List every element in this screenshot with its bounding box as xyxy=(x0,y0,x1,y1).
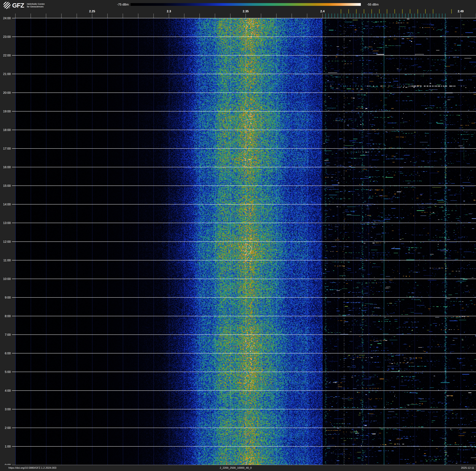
hour-label: 15:00 xyxy=(0,184,11,188)
freq-tick xyxy=(460,14,461,18)
hour-label: 19:00 xyxy=(0,109,11,113)
freq-tick-label: 2.49 xyxy=(458,10,464,13)
wifi-channel-tick xyxy=(379,9,380,14)
ble-channel-tick xyxy=(374,14,375,18)
wifi-channel-tick xyxy=(402,9,403,14)
hour-label: 11:00 xyxy=(0,258,11,262)
hour-gridline xyxy=(12,390,476,391)
hour-label: 18:00 xyxy=(0,128,11,132)
wifi-channel-tick xyxy=(433,9,433,14)
hour-gridline xyxy=(12,148,476,149)
date-label: 2025-12-11 xyxy=(461,466,474,470)
hour-label: 3:00 xyxy=(0,407,11,411)
freq-tick xyxy=(123,14,123,18)
ble-channel-tick xyxy=(408,14,408,18)
ble-channel-tick xyxy=(359,14,359,18)
colorbar-min-label: -75 dBm xyxy=(117,3,129,6)
freq-tick xyxy=(307,14,307,18)
wifi-channel-tick xyxy=(410,9,410,14)
freq-tick xyxy=(200,14,200,18)
hour-gridline xyxy=(12,353,476,353)
hour-label: 5:00 xyxy=(0,370,11,374)
wifi-channel-tick xyxy=(348,9,349,14)
ble-channel-tick xyxy=(436,14,436,18)
hour-label: 9:00 xyxy=(0,296,11,299)
hour-label: 23:00 xyxy=(0,35,11,38)
ble-channel-tick xyxy=(399,14,399,18)
dataset-filename: 2_2200_2500_10000_40_0 xyxy=(220,466,252,470)
freq-tick-label: 2.35 xyxy=(243,10,249,13)
ble-channel-tick xyxy=(439,14,439,18)
ble-channel-tick xyxy=(381,14,381,18)
ble-channel-tick xyxy=(396,14,396,18)
ble-channel-tick xyxy=(421,14,421,18)
freq-tick xyxy=(92,14,92,18)
wifi-channel-tick xyxy=(418,9,418,14)
hour-gridline xyxy=(12,204,476,204)
freq-tick xyxy=(230,14,230,18)
wifi-channel-tick xyxy=(356,9,357,14)
freq-tick xyxy=(215,14,215,18)
ble-channel-tick xyxy=(350,14,350,18)
doi-link[interactable]: https://doi.org/10.5880/GFZ.1.2.2024.003 xyxy=(8,466,56,470)
freq-tick-label: 2.25 xyxy=(89,10,95,13)
ble-channel-tick xyxy=(411,14,412,18)
freq-tick xyxy=(153,14,154,18)
tagline-line2: for Geosciences xyxy=(27,5,45,8)
spectrogram-page: GFZ Helmholtz Centre for Geosciences -75… xyxy=(0,0,476,471)
hour-gridline xyxy=(12,260,476,260)
colorbar xyxy=(131,3,361,6)
ble-channel-tick xyxy=(338,14,338,18)
hour-gridline xyxy=(12,409,476,409)
hour-gridline xyxy=(12,36,476,37)
ble-channel-tick xyxy=(332,14,332,18)
hour-label: 12:00 xyxy=(0,240,11,243)
ble-channel-tick xyxy=(378,14,378,18)
hour-gridline xyxy=(12,130,476,130)
hour-gridline xyxy=(12,334,476,335)
hour-gridline xyxy=(12,167,476,167)
ble-channel-tick xyxy=(445,14,445,18)
ble-channel-tick xyxy=(387,14,387,18)
hour-gridline xyxy=(12,279,476,279)
freq-tick xyxy=(184,14,184,18)
ble-channel-tick xyxy=(368,14,369,18)
ble-channel-tick xyxy=(325,14,326,18)
hour-label: 24:00 xyxy=(0,16,11,20)
ble-channel-tick xyxy=(430,14,430,18)
freq-tick xyxy=(169,14,169,18)
ble-channel-tick xyxy=(344,14,344,18)
freq-tick xyxy=(77,14,77,18)
ble-channel-tick xyxy=(341,14,341,18)
hour-label: 20:00 xyxy=(0,91,11,94)
freq-tick-label: 2.4 xyxy=(320,10,324,13)
hour-gridline xyxy=(12,74,476,74)
hour-gridline xyxy=(12,185,476,186)
wifi-channel-tick xyxy=(341,9,341,14)
hour-label: 13:00 xyxy=(0,221,11,225)
ble-channel-tick xyxy=(393,14,393,18)
hour-gridline xyxy=(12,223,476,223)
hour-gridline xyxy=(12,316,476,316)
hour-gridline xyxy=(12,297,476,298)
wifi-channel-tick xyxy=(364,9,364,14)
ble-channel-tick xyxy=(328,14,329,18)
ble-channel-tick xyxy=(427,14,427,18)
hour-label: 16:00 xyxy=(0,165,11,169)
wifi-channel-tick xyxy=(425,9,426,14)
ble-channel-tick xyxy=(353,14,353,18)
freq-tick xyxy=(246,14,246,18)
ble-channel-tick xyxy=(372,14,372,18)
ble-channel-tick xyxy=(390,14,390,18)
ble-channel-tick xyxy=(418,14,418,18)
ble-channel-tick xyxy=(433,14,433,18)
gfz-logo-tagline: Helmholtz Centre for Geosciences xyxy=(27,3,45,8)
hour-label: 21:00 xyxy=(0,72,11,76)
hour-gridline xyxy=(12,446,476,447)
freq-tick-label: 2.3 xyxy=(167,10,171,13)
freq-tick xyxy=(46,14,46,18)
hour-gridline xyxy=(12,241,476,242)
ble-channel-tick xyxy=(384,14,384,18)
wifi-channel-tick xyxy=(394,9,395,14)
hour-label: 2:00 xyxy=(0,426,11,430)
